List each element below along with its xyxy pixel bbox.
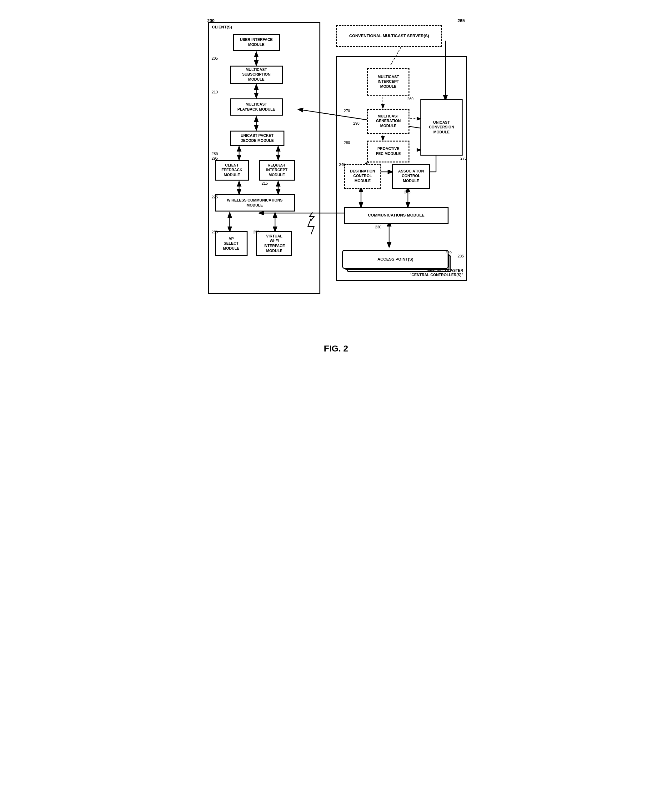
multicast-intercept-box: MULTICASTINTERCEPTMODULE bbox=[367, 68, 410, 96]
ref-220: 220 bbox=[445, 251, 452, 255]
ui-module-label: USER INTERFACEMODULE bbox=[240, 37, 273, 47]
destination-control-box: DESTINATIONCONTROLMODULE bbox=[344, 164, 381, 189]
request-intercept-label: REQUESTINTERCEPTMODULE bbox=[266, 163, 287, 178]
proactive-fec-label: PROACTIVEFEC MODULE bbox=[376, 147, 401, 156]
multicast-playback-label: MULTICASTPLAYBACK MODULE bbox=[238, 102, 275, 112]
ref-215: 215 bbox=[262, 181, 268, 185]
wireless-comm-label: WIRELESS COMMUNICATIONSMODULE bbox=[227, 198, 283, 208]
association-control-box: ASSOCIATIONCONTROLMODULE bbox=[392, 164, 430, 189]
fig-caption-text: FIG. 2 bbox=[324, 344, 348, 353]
ref-245: 245 bbox=[404, 190, 410, 194]
wifi-multicaster-label: Wi-Fi MULTICASTER"CENTRAL CONTROLLER(S)" bbox=[410, 268, 463, 277]
ref-235: 235 bbox=[458, 254, 464, 259]
destination-control-label: DESTINATIONCONTROLMODULE bbox=[350, 169, 375, 184]
ref-290: 290 bbox=[353, 121, 360, 126]
multicast-sub-box: MULTICASTSUBSCRIPTIONMODULE bbox=[230, 65, 283, 84]
ref-285: 285 bbox=[211, 152, 218, 156]
ref-265: 265 bbox=[458, 18, 465, 23]
communications-module-label: COMMUNICATIONS MODULE bbox=[368, 213, 424, 218]
conventional-server-box: CONVENTIONAL MULTICAST SERVER(S) bbox=[336, 25, 442, 47]
request-intercept-box: REQUESTINTERCEPTMODULE bbox=[259, 160, 295, 180]
access-points-label: ACCESS POINT(S) bbox=[378, 257, 413, 262]
multicast-intercept-label: MULTICASTINTERCEPTMODULE bbox=[378, 75, 399, 89]
client-feedback-box: CLIENTFEEDBACKMODULE bbox=[215, 160, 249, 180]
ap-select-label: APSELECTMODULE bbox=[223, 236, 239, 251]
virtual-wifi-box: VIRTUALWi-FiINTERFACEMODULE bbox=[256, 231, 292, 256]
wireless-comm-box: WIRELESS COMMUNICATIONSMODULE bbox=[215, 194, 295, 211]
ref-275: 275 bbox=[461, 156, 467, 161]
ref-260: 260 bbox=[407, 97, 413, 101]
ref-225: 225 bbox=[211, 195, 218, 199]
fig-caption: FIG. 2 bbox=[202, 344, 470, 354]
conventional-server-label: CONVENTIONAL MULTICAST SERVER(S) bbox=[349, 34, 429, 39]
virtual-wifi-label: VIRTUALWi-FiINTERFACEMODULE bbox=[264, 234, 285, 253]
multicast-gen-label: MULTICASTGENERATIONMODULE bbox=[376, 114, 401, 129]
multicast-gen-box: MULTICASTGENERATIONMODULE bbox=[367, 109, 410, 134]
ref-205: 205 bbox=[211, 56, 218, 61]
proactive-fec-box: PROACTIVEFEC MODULE bbox=[367, 141, 410, 163]
multicast-playback-box: MULTICASTPLAYBACK MODULE bbox=[230, 98, 283, 116]
ref-280: 280 bbox=[344, 141, 350, 145]
ref-255: 255 bbox=[253, 230, 259, 234]
ap-select-box: APSELECTMODULE bbox=[215, 231, 248, 256]
diagram: 200 265 CLIENT(S) CONVENTIONAL MULTICAST… bbox=[202, 13, 470, 331]
ref-250: 250 bbox=[211, 230, 218, 234]
communications-module-box: COMMUNICATIONS MODULE bbox=[344, 207, 448, 224]
client-feedback-label: CLIENTFEEDBACKMODULE bbox=[222, 163, 243, 178]
lightning-bolt bbox=[305, 212, 320, 221]
unicast-packet-box: UNICAST PACKETDECODE MODULE bbox=[230, 131, 285, 146]
unicast-conversion-label: UNICASTCONVERSIONMODULE bbox=[429, 120, 454, 135]
ref-210: 210 bbox=[211, 90, 218, 94]
ref-230: 230 bbox=[375, 225, 381, 229]
ref-240: 240 bbox=[339, 163, 346, 167]
access-points-box: ACCESS POINT(S) bbox=[342, 250, 448, 269]
clients-label: CLIENT(S) bbox=[212, 25, 232, 29]
multicast-sub-label: MULTICASTSUBSCRIPTIONMODULE bbox=[242, 67, 271, 82]
unicast-packet-label: UNICAST PACKETDECODE MODULE bbox=[240, 133, 274, 143]
unicast-conversion-box: UNICASTCONVERSIONMODULE bbox=[421, 99, 462, 156]
ref-270: 270 bbox=[344, 109, 350, 113]
association-control-label: ASSOCIATIONCONTROLMODULE bbox=[398, 169, 424, 184]
ui-module-box: USER INTERFACEMODULE bbox=[233, 34, 280, 51]
page: 200 265 CLIENT(S) CONVENTIONAL MULTICAST… bbox=[202, 13, 470, 354]
